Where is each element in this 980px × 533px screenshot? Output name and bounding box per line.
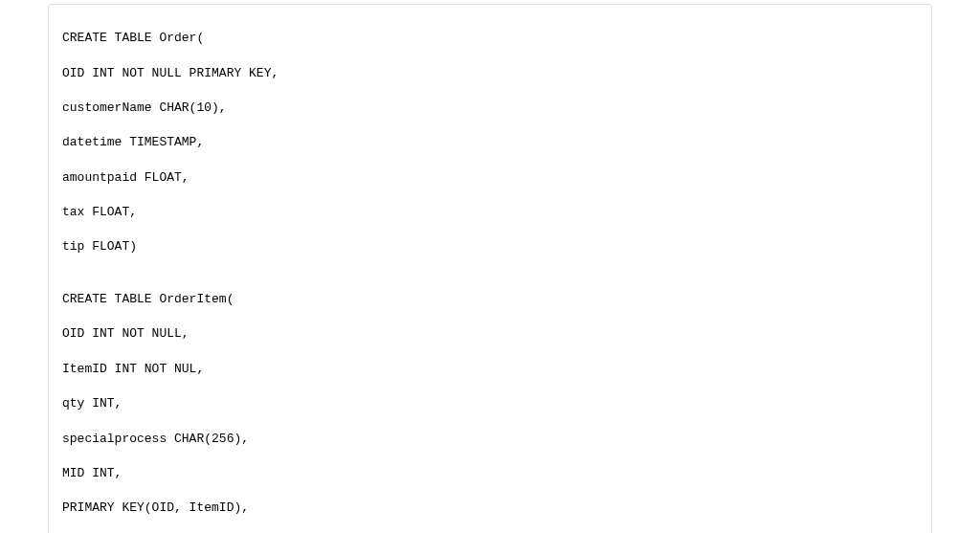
- code-line: qty INT,: [62, 395, 918, 412]
- code-line: amountpaid FLOAT,: [62, 169, 918, 187]
- code-line: PRIMARY KEY(OID, ItemID),: [62, 500, 918, 517]
- sql-code-block: CREATE TABLE Order( OID INT NOT NULL PRI…: [48, 4, 932, 533]
- code-line: CREATE TABLE OrderItem(: [62, 291, 918, 308]
- code-line: tip FLOAT): [62, 238, 918, 255]
- code-line: OID INT NOT NULL,: [62, 325, 918, 343]
- code-line: OID INT NOT NULL PRIMARY KEY,: [62, 65, 918, 82]
- code-line: tax FLOAT,: [62, 204, 918, 221]
- code-line: CREATE TABLE Order(: [62, 30, 918, 47]
- code-line: specialprocess CHAR(256),: [62, 431, 918, 448]
- code-line: datetime TIMESTAMP,: [62, 134, 918, 151]
- code-line: MID INT,: [62, 465, 918, 482]
- code-line: ItemID INT NOT NUL,: [62, 361, 918, 378]
- code-line: customerName CHAR(10),: [62, 100, 918, 117]
